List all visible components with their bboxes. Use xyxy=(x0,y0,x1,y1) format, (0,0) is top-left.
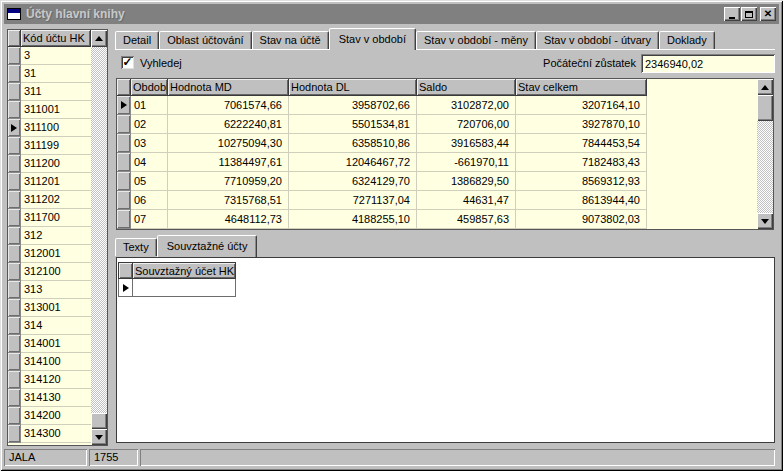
minimize-button[interactable] xyxy=(724,7,740,21)
account-row[interactable]: 314130 xyxy=(8,389,91,407)
account-code[interactable]: 312100 xyxy=(21,263,91,281)
account-code[interactable]: 311700 xyxy=(21,209,91,227)
account-code[interactable]: 311001 xyxy=(21,101,91,119)
account-code[interactable]: 311202 xyxy=(21,191,91,209)
account-row[interactable]: 312 xyxy=(8,227,91,245)
account-row[interactable]: 311100 xyxy=(8,119,91,137)
account-code[interactable]: 311 xyxy=(21,83,91,101)
cell-hodnota-md[interactable]: 7710959,20 xyxy=(168,172,289,191)
cell-saldo[interactable]: 3102872,00 xyxy=(417,96,516,115)
account-code[interactable]: 311100 xyxy=(21,119,91,137)
account-code[interactable]: 314200 xyxy=(21,407,91,425)
cell-hodnota-md[interactable]: 4648112,73 xyxy=(168,210,289,229)
account-code[interactable]: 311200 xyxy=(21,155,91,173)
search-checkbox[interactable]: ✓ xyxy=(121,56,134,69)
account-code[interactable]: 314300 xyxy=(21,425,91,443)
account-row[interactable]: 313 xyxy=(8,281,91,299)
scroll-up-button[interactable] xyxy=(91,30,107,47)
tab-stav-v-obdob[interactable]: Stav v období xyxy=(329,28,416,50)
tab-stav-na-t[interactable]: Stav na účtě xyxy=(252,31,329,49)
cell-obdob[interactable]: 05 xyxy=(131,172,168,191)
account-row[interactable]: 3 xyxy=(8,47,91,65)
account-row[interactable]: 313001 xyxy=(8,299,91,317)
account-row[interactable]: 311202 xyxy=(8,191,91,209)
cell-obdob[interactable]: 02 xyxy=(131,115,168,134)
cell-stav-celkem[interactable]: 8613944,40 xyxy=(516,191,647,210)
tab-stav-v-obdob-m-ny[interactable]: Stav v období - měny xyxy=(416,31,536,49)
account-row[interactable]: 311201 xyxy=(8,173,91,191)
account-code[interactable]: 314100 xyxy=(21,353,91,371)
account-code[interactable]: 312 xyxy=(21,227,91,245)
cell-obdob[interactable]: 07 xyxy=(131,210,168,229)
related-grid-row[interactable] xyxy=(118,279,236,297)
account-row[interactable]: 314300 xyxy=(8,425,91,443)
cell-hodnota-md[interactable]: 7061574,66 xyxy=(168,96,289,115)
account-row[interactable]: 314100 xyxy=(8,353,91,371)
title-bar[interactable]: Účty hlavní knihy ✕ xyxy=(4,4,779,24)
column-header-saldo[interactable]: Saldo xyxy=(417,79,516,96)
cell-obdob[interactable]: 01 xyxy=(131,96,168,115)
cell-saldo[interactable]: -661970,11 xyxy=(417,153,516,172)
cell-hodnota-dl[interactable]: 6324129,70 xyxy=(289,172,417,191)
cell-hodnota-dl[interactable]: 6358510,86 xyxy=(289,134,417,153)
cell-saldo[interactable]: 1386829,50 xyxy=(417,172,516,191)
account-row[interactable]: 311200 xyxy=(8,155,91,173)
cell-hodnota-dl[interactable]: 7271137,04 xyxy=(289,191,417,210)
cell-saldo[interactable]: 3916583,44 xyxy=(417,134,516,153)
account-code[interactable]: 311199 xyxy=(21,137,91,155)
account-list-scrollbar[interactable] xyxy=(91,30,107,445)
column-header-hodnota-md[interactable]: Hodnota MD xyxy=(168,79,289,96)
account-row[interactable]: 311 xyxy=(8,83,91,101)
account-code[interactable]: 311201 xyxy=(21,173,91,191)
account-code[interactable]: 31 xyxy=(21,65,91,83)
account-code[interactable]: 314120 xyxy=(21,371,91,389)
period-grid-scrollbar[interactable] xyxy=(757,79,773,229)
account-code[interactable]: 3 xyxy=(21,47,91,65)
account-code[interactable]: 313001 xyxy=(21,299,91,317)
cell-saldo[interactable]: 459857,63 xyxy=(417,210,516,229)
tab-stav-v-obdob-tvary[interactable]: Stav v období - útvary xyxy=(536,31,659,49)
cell-stav-celkem[interactable]: 7844453,54 xyxy=(516,134,647,153)
column-header-stav-celkem[interactable]: Stav celkem xyxy=(516,79,647,96)
period-grid-row[interactable]: 026222240,815501534,81720706,003927870,1… xyxy=(117,115,756,134)
account-row[interactable]: 314120 xyxy=(8,371,91,389)
scroll-up-button[interactable] xyxy=(757,79,773,95)
column-header-hodnota-dl[interactable]: Hodnota DL xyxy=(289,79,417,96)
column-header-obdob[interactable]: Období xyxy=(131,79,168,96)
opening-balance-field[interactable] xyxy=(641,54,775,73)
cell-obdob[interactable]: 03 xyxy=(131,134,168,153)
tab-detail[interactable]: Detail xyxy=(115,31,159,49)
tab-texty[interactable]: Texty xyxy=(115,238,157,256)
cell-stav-celkem[interactable]: 3927870,10 xyxy=(516,115,647,134)
cell-obdob[interactable]: 04 xyxy=(131,153,168,172)
cell-stav-celkem[interactable]: 7182483,43 xyxy=(516,153,647,172)
account-row[interactable]: 311199 xyxy=(8,137,91,155)
scrollbar-thumb[interactable] xyxy=(91,413,107,429)
account-code[interactable]: 314001 xyxy=(21,335,91,353)
account-row[interactable]: 314001 xyxy=(8,335,91,353)
close-button[interactable]: ✕ xyxy=(760,7,776,21)
tab-souvzta-n-ty[interactable]: Souvztažné účty xyxy=(157,235,258,257)
period-grid-row[interactable]: 017061574,663958702,663102872,003207164,… xyxy=(117,96,756,115)
scroll-down-button[interactable] xyxy=(757,213,773,229)
cell-hodnota-md[interactable]: 11384497,61 xyxy=(168,153,289,172)
account-row[interactable]: 311001 xyxy=(8,101,91,119)
cell-hodnota-dl[interactable]: 12046467,72 xyxy=(289,153,417,172)
period-grid-row[interactable]: 0310275094,306358510,863916583,447844453… xyxy=(117,134,756,153)
cell-hodnota-md[interactable]: 7315768,51 xyxy=(168,191,289,210)
account-row[interactable]: 314200 xyxy=(8,407,91,425)
maximize-button[interactable] xyxy=(741,7,757,21)
account-code[interactable]: 313 xyxy=(21,281,91,299)
cell-hodnota-dl[interactable]: 3958702,66 xyxy=(289,96,417,115)
account-row[interactable]: 311700 xyxy=(8,209,91,227)
cell-hodnota-md[interactable]: 10275094,30 xyxy=(168,134,289,153)
period-grid-row[interactable]: 057710959,206324129,701386829,508569312,… xyxy=(117,172,756,191)
search-checkbox-label[interactable]: Vyhledej xyxy=(140,57,182,70)
cell-hodnota-dl[interactable]: 4188255,10 xyxy=(289,210,417,229)
account-code[interactable]: 314130 xyxy=(21,389,91,407)
period-grid-row[interactable]: 067315768,517271137,0444631,478613944,40 xyxy=(117,191,756,210)
period-grid-row[interactable]: 074648112,734188255,10459857,639073802,0… xyxy=(117,210,756,229)
account-row[interactable]: 312100 xyxy=(8,263,91,281)
cell-stav-celkem[interactable]: 9073802,03 xyxy=(516,210,647,229)
account-code[interactable]: 314 xyxy=(21,317,91,335)
